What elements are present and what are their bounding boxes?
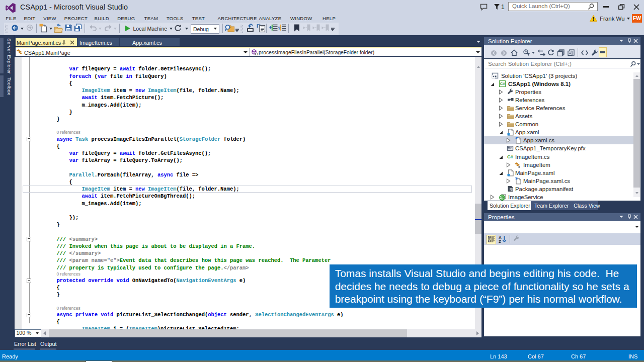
svg-text:?: ? [278,26,281,31]
svg-text:Z: Z [499,239,501,243]
